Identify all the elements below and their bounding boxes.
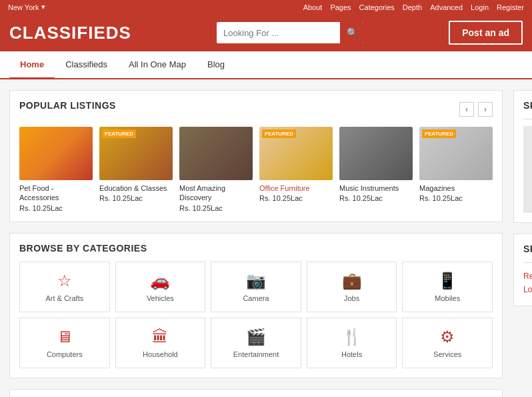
main-nav: Home Classifieds All In One Map Blog bbox=[0, 51, 532, 79]
popular-listings-title: POPULAR LISTINGS bbox=[19, 100, 116, 111]
listing-price: Rs. 10.25Lac bbox=[99, 194, 173, 202]
category-item-vehicles[interactable]: 🚗 Vehicles bbox=[115, 262, 206, 312]
category-label: Vehicles bbox=[147, 294, 174, 302]
top-nav-advanced[interactable]: Advanced bbox=[430, 3, 463, 11]
vehicles-icon: 🚗 bbox=[150, 272, 170, 290]
category-label: Camera bbox=[243, 294, 269, 302]
top-nav-depth[interactable]: Depth bbox=[403, 3, 422, 11]
sponsors-title: SPONSORS bbox=[523, 100, 532, 111]
category-item-hotels[interactable]: 🍴 Hotels bbox=[307, 318, 397, 368]
category-item-computers[interactable]: 🖥 Computers bbox=[19, 318, 110, 368]
top-nav-categories[interactable]: Categories bbox=[359, 3, 395, 11]
listing-image: FEATURED bbox=[419, 127, 493, 180]
listing-price: Rs. 10.25Lac bbox=[419, 194, 493, 202]
nav-item-classifieds[interactable]: Classifieds bbox=[55, 51, 118, 79]
featured-badge: FEATURED bbox=[422, 129, 456, 138]
listing-nav-arrows: ‹ › bbox=[459, 102, 493, 117]
popular-listings-header: POPULAR LISTINGS ‹ › bbox=[19, 100, 493, 119]
category-label: Computers bbox=[47, 350, 83, 358]
categories-title: BROWSE BY CATEGORIES bbox=[19, 243, 493, 254]
category-label: Jobs bbox=[344, 294, 359, 302]
category-label: Entertainment bbox=[233, 350, 279, 358]
listing-image bbox=[339, 127, 413, 180]
nav-item-blog[interactable]: Blog bbox=[197, 51, 235, 79]
listing-name: Pet Food - Accessories bbox=[19, 183, 93, 203]
category-item-household[interactable]: 🏛 Household bbox=[115, 318, 206, 368]
listing-image: FEATURED bbox=[99, 127, 173, 180]
site-logo: CLAssifIeDs bbox=[9, 23, 131, 43]
listings-next-button[interactable]: › bbox=[478, 102, 493, 117]
household-icon: 🏛 bbox=[152, 328, 168, 346]
services-icon: ⚙ bbox=[440, 328, 455, 346]
list-item[interactable]: FEATURED Office Furniture Rs. 10.25Lac bbox=[259, 127, 333, 212]
sponsored-links-title: SPONSORED LINKS bbox=[523, 244, 532, 254]
category-item-mobiles[interactable]: 📱 Mobiles bbox=[402, 262, 493, 312]
top-nav-register[interactable]: Register bbox=[497, 3, 524, 11]
category-label: Household bbox=[143, 350, 178, 358]
category-item-camera[interactable]: 📷 Camera bbox=[211, 262, 301, 312]
category-item-entertainment[interactable]: 🎬 Entertainment bbox=[211, 318, 301, 368]
listing-price: Rs. 10.25Lac bbox=[19, 204, 93, 212]
category-item-jobs[interactable]: 💼 Jobs bbox=[307, 262, 397, 312]
arts-icon: ☆ bbox=[57, 272, 72, 290]
header: CLAssifIeDs 🔍 Post an ad bbox=[0, 14, 532, 51]
divider bbox=[523, 262, 532, 263]
sponsored-link-login[interactable]: Log in bbox=[523, 283, 532, 296]
category-label: Services bbox=[433, 350, 461, 358]
top-nav-pages[interactable]: Pages bbox=[330, 3, 351, 11]
jobs-icon: 💼 bbox=[342, 272, 362, 290]
listing-image bbox=[19, 127, 93, 180]
featured-badge: FEATURED bbox=[262, 129, 296, 138]
advanced-search-section: ADVANCED SEARCH View More » bbox=[9, 389, 503, 397]
divider bbox=[523, 119, 532, 119]
listings-grid: Pet Food - Accessories Rs. 10.25Lac FEAT… bbox=[19, 127, 493, 212]
listing-image: FEATURED bbox=[259, 127, 333, 180]
list-item[interactable]: Pet Food - Accessories Rs. 10.25Lac bbox=[19, 127, 93, 212]
main-content: POPULAR LISTINGS ‹ › Pet Food - Accessor… bbox=[0, 79, 532, 397]
sponsored-link-register[interactable]: Register bbox=[523, 270, 532, 283]
post-ad-button[interactable]: Post an ad bbox=[449, 21, 523, 45]
hotels-icon: 🍴 bbox=[342, 328, 362, 346]
listing-name: Magazines bbox=[419, 183, 493, 193]
sponsors-section: SPONSORS Ad Here 350x250 bbox=[513, 90, 532, 223]
list-item[interactable]: Most Amazing Discovery Rs. 10.25Lac bbox=[179, 127, 253, 212]
location-label: New York bbox=[8, 3, 39, 11]
search-input[interactable] bbox=[217, 23, 340, 43]
list-item[interactable]: Music Instruments Rs. 10.25Lac bbox=[339, 127, 413, 212]
mobiles-icon: 📱 bbox=[437, 272, 457, 290]
categories-grid: ☆ Art & Crafts 🚗 Vehicles 📷 Camera 💼 Job… bbox=[19, 262, 493, 368]
search-form: 🔍 bbox=[217, 22, 363, 43]
sponsored-links-section: SPONSORED LINKS Register Log in bbox=[513, 234, 532, 306]
listing-price: Rs. 10.25Lac bbox=[259, 194, 333, 202]
chevron-down-icon: ▾ bbox=[41, 3, 45, 11]
listings-prev-button[interactable]: ‹ bbox=[459, 102, 474, 117]
listing-name: Music Instruments bbox=[339, 183, 413, 193]
camera-icon: 📷 bbox=[246, 272, 266, 290]
search-button[interactable]: 🔍 bbox=[340, 22, 363, 43]
location-selector[interactable]: New York ▾ bbox=[8, 3, 45, 11]
listing-price: Rs. 10.25Lac bbox=[179, 204, 253, 212]
listing-name: Most Amazing Discovery bbox=[179, 183, 253, 203]
category-item-services[interactable]: ⚙ Services bbox=[402, 318, 493, 368]
top-nav-about[interactable]: About bbox=[303, 3, 323, 11]
category-label: Mobiles bbox=[435, 294, 460, 302]
list-item[interactable]: FEATURED Education & Classes Rs. 10.25La… bbox=[99, 127, 173, 212]
browse-categories-section: BROWSE BY CATEGORIES ☆ Art & Crafts 🚗 Ve… bbox=[9, 233, 503, 378]
nav-item-home[interactable]: Home bbox=[9, 51, 55, 79]
nav-item-map[interactable]: All In One Map bbox=[118, 51, 197, 79]
listing-image bbox=[179, 127, 253, 180]
category-label: Hotels bbox=[341, 350, 362, 358]
list-item[interactable]: FEATURED Magazines Rs. 10.25Lac bbox=[419, 127, 493, 212]
top-nav-login[interactable]: Login bbox=[471, 3, 489, 11]
top-nav: About Pages Categories Depth Advanced Lo… bbox=[303, 3, 524, 11]
listing-price: Rs. 10.25Lac bbox=[339, 194, 413, 202]
top-bar: New York ▾ About Pages Categories Depth … bbox=[0, 0, 532, 14]
category-label: Art & Crafts bbox=[45, 294, 83, 302]
category-item-arts[interactable]: ☆ Art & Crafts bbox=[19, 262, 110, 312]
entertainment-icon: 🎬 bbox=[246, 328, 266, 346]
ad-placeholder: Ad Here 350x250 bbox=[523, 126, 532, 213]
listing-name: Office Furniture bbox=[259, 183, 333, 193]
left-column: POPULAR LISTINGS ‹ › Pet Food - Accessor… bbox=[9, 90, 503, 397]
computers-icon: 🖥 bbox=[57, 328, 73, 346]
right-column: SPONSORS Ad Here 350x250 SPONSORED LINKS… bbox=[513, 90, 532, 397]
